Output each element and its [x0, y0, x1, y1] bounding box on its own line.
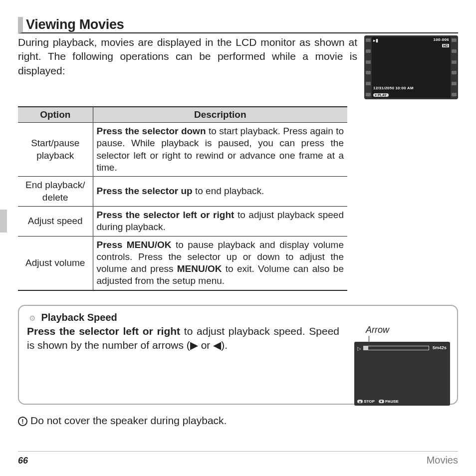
lcd-screen: ▸▮ 100-006 HD 12/31/2050 10:00 AM ▼ PLAY: [372, 37, 451, 98]
play-arrow-icon: ▷: [357, 346, 361, 351]
time-remaining: 5m42s: [433, 345, 447, 350]
table-row: Start/pause playback Press the selector …: [18, 123, 347, 177]
progress-fill: [364, 346, 368, 350]
operations-table: Option Description Start/pause playback …: [18, 106, 347, 291]
lcd-preview-playback: ▸▮ 100-006 HD 12/31/2050 10:00 AM ▼ PLAY: [364, 35, 458, 99]
lcd-preview-speed: ▷ 5m42s ▲ STOP ▼ PAUSE: [354, 342, 450, 406]
down-arrow-icon: ▼: [379, 400, 384, 403]
tip-title-row: ⚙ Playback Speed: [27, 312, 449, 323]
option-cell: End playback/ delete: [18, 177, 93, 207]
lcd-right-buttons: [452, 37, 457, 98]
movie-icon: ▸▮: [373, 38, 378, 43]
option-cell: Adjust speed: [18, 206, 93, 236]
gear-icon: ⚙: [27, 314, 37, 323]
tip-box-playback-speed: ⚙ Playback Speed Press the selector left…: [18, 305, 458, 405]
caution-note: !Do not cover the speaker during playbac…: [18, 414, 458, 427]
datetime-overlay: 12/31/2050 10:00 AM: [373, 86, 414, 90]
description-cell: Press the selector down to start playbac…: [93, 123, 347, 177]
arrow-callout-label: Arrow: [366, 325, 389, 335]
tip-title: Playback Speed: [41, 312, 117, 323]
option-cell: Adjust volume: [18, 236, 93, 290]
play-label: PLAY: [378, 93, 387, 97]
progress-bar: [363, 346, 429, 350]
table-row: End playback/ delete Press the selector …: [18, 177, 347, 207]
stop-control: ▲ STOP: [357, 399, 375, 404]
caution-text: Do not cover the speaker during playback…: [30, 415, 227, 426]
section-label: Movies: [427, 455, 458, 466]
lcd2-bottom-controls: ▲ STOP ▼ PAUSE: [357, 399, 399, 404]
description-cell: Press the selector left or right to adju…: [93, 206, 347, 236]
caution-icon: !: [18, 417, 27, 426]
down-arrow-icon: ▼: [374, 94, 377, 97]
lcd-left-buttons: [366, 37, 371, 98]
up-arrow-icon: ▲: [357, 400, 363, 403]
hd-badge: HD: [442, 44, 449, 47]
page-number: 66: [18, 456, 28, 466]
description-cell: Press the selector up to end playback.: [93, 177, 347, 207]
page-heading: Viewing Movies: [26, 17, 124, 32]
col-header-description: Description: [93, 107, 347, 123]
section-tab-marker: [0, 210, 7, 233]
play-indicator: ▼ PLAY: [373, 93, 389, 97]
heading-container: Viewing Movies: [18, 17, 458, 33]
pause-control: ▼ PAUSE: [379, 399, 399, 404]
description-cell: Press MENU/OK to pause playback and disp…: [93, 236, 347, 290]
file-index: 100-006: [434, 37, 449, 42]
col-header-option: Option: [18, 107, 93, 123]
table-row: Adjust volume Press MENU/OK to pause pla…: [18, 236, 347, 290]
page-footer: 66 Movies: [18, 451, 458, 466]
intro-paragraph: During playback, movies are displayed in…: [18, 35, 357, 78]
table-row: Adjust speed Press the selector left or …: [18, 206, 347, 236]
option-cell: Start/pause playback: [18, 123, 93, 177]
